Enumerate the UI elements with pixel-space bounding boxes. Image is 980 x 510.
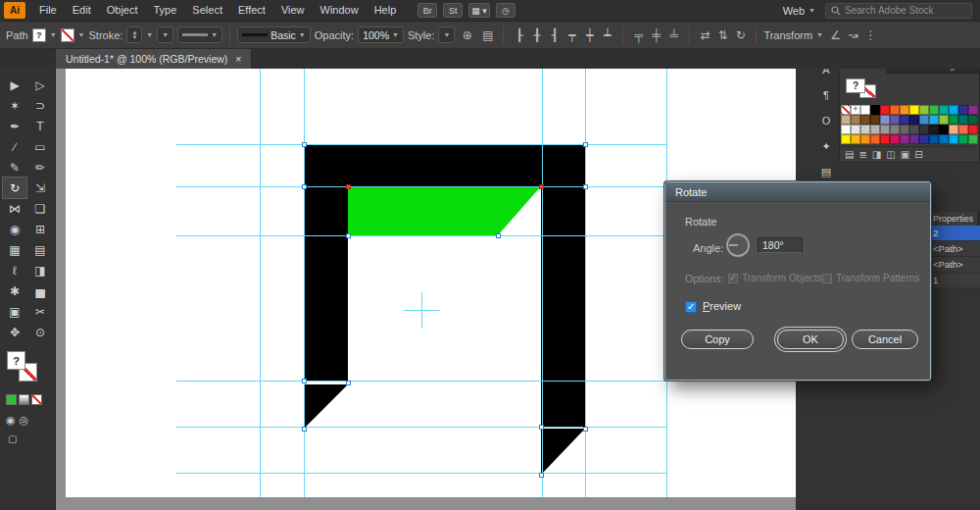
lasso-tool[interactable]: ⊃ [28,95,52,116]
share-icon[interactable]: ◷ [496,3,515,18]
anchor-point[interactable] [583,427,588,432]
distribute-top-icon[interactable]: ╤ [630,26,647,43]
swatch[interactable] [929,115,939,125]
column-graph-tool[interactable]: ▅ [28,280,52,301]
anchor-point[interactable] [302,142,307,147]
anchor-point[interactable] [539,473,544,478]
swatch[interactable] [958,105,968,115]
swatch[interactable] [890,125,900,134]
gradient-tool[interactable]: ▤ [28,239,52,260]
anchor-point[interactable] [302,427,307,432]
line-segment-tool[interactable]: ∕ [3,136,26,157]
align-h-center-icon[interactable]: ╂ [528,26,545,43]
swatch[interactable] [880,134,890,144]
swatch[interactable] [870,105,880,115]
delete-swatch-icon[interactable]: ⊟ [914,149,922,160]
swatch[interactable] [860,134,870,144]
slice-tool[interactable]: ✂ [28,301,52,322]
pencil-tool[interactable]: ✏ [28,157,52,178]
fill-dropdown-icon[interactable]: ▼ [50,31,57,38]
menu-item[interactable]: Object [99,0,146,21]
swatch[interactable] [968,105,978,115]
swatch-kinds-icon[interactable]: ≣ [858,149,866,160]
green-trapezoid-shape[interactable] [348,186,541,235]
scale-tool[interactable]: ⇲ [28,178,52,198]
menu-item[interactable]: Edit [65,0,99,21]
stock-search[interactable]: Search Adobe Stock [825,3,972,19]
swatch[interactable] [880,115,890,125]
rotation-reference-crosshair[interactable] [404,292,440,329]
shape-builder-tool[interactable]: ◉ [3,219,26,239]
swatch[interactable] [949,125,958,134]
hand-tool[interactable]: ✥ [3,322,26,342]
menu-item[interactable]: File [31,0,65,21]
copy-button[interactable]: Copy [681,330,754,349]
gradient-button[interactable] [19,394,29,405]
mesh-tool[interactable]: ▦ [3,239,26,260]
arrange-documents-icon[interactable]: ▦ ▾ [468,3,490,18]
anchor-point[interactable] [302,379,307,383]
swatch[interactable] [909,125,919,134]
swatch[interactable] [851,125,860,134]
tab-properties[interactable]: Properties [929,212,977,226]
cancel-button[interactable]: Cancel [852,330,918,349]
swatch[interactable] [841,115,851,125]
swatch[interactable] [900,134,909,144]
stock-icon[interactable]: St [443,3,463,18]
align-left-icon[interactable]: ┠ [511,26,527,43]
type-tool[interactable]: T [28,116,52,136]
swatch[interactable] [909,115,919,125]
swatch-options-icon[interactable]: ◨ [872,149,881,160]
appearance-panel-icon[interactable]: ✦ [816,137,836,155]
close-icon[interactable]: × [235,53,241,65]
document-setup-icon[interactable]: ⊕ [459,26,475,43]
swatch[interactable] [919,125,929,134]
swatch[interactable] [968,134,978,144]
stroke-swatch[interactable] [61,28,74,42]
swatch[interactable] [870,125,880,134]
anchor-point[interactable] [583,184,588,189]
rotate-dialog-titlebar[interactable]: Rotate [665,182,930,202]
artboard-tool[interactable]: ▣ [3,301,26,322]
swatch[interactable] [968,115,978,125]
none-button[interactable] [31,394,42,405]
warp-icon[interactable]: ↝ [845,26,861,43]
app-logo-icon[interactable]: Ai [4,2,25,19]
menu-item[interactable]: Window [313,0,367,21]
swatch[interactable] [860,105,870,115]
eyedropper-tool[interactable]: ℓ [3,260,26,280]
preview-checkbox[interactable] [685,301,697,313]
opentype-panel-icon[interactable]: O [816,112,836,129]
color-button[interactable] [6,394,17,405]
swatch-libraries-icon[interactable]: ▤ [845,149,854,160]
bridge-icon[interactable]: Br [417,3,437,18]
swatch[interactable] [841,125,851,134]
swatch[interactable] [880,125,890,134]
paintbrush-tool[interactable]: ✎ [3,157,26,178]
swatch[interactable] [939,115,949,125]
swatch[interactable] [860,115,870,125]
menu-item[interactable]: Help [367,0,405,21]
anchor-point[interactable] [302,184,307,189]
stroke-dropdown-icon[interactable]: ▼ [78,31,85,38]
swatch[interactable] [851,105,860,115]
direct-selection-tool[interactable]: ▷ [28,75,52,95]
swatch[interactable] [929,134,939,144]
style-dropdown[interactable]: ▼ [438,26,455,43]
menu-item[interactable]: View [273,0,313,21]
brush-definition-dropdown[interactable]: Basic▼ [237,26,311,43]
swatch[interactable] [900,105,909,115]
rectangle-tool[interactable]: ▭ [28,136,52,157]
menu-item[interactable]: Type [146,0,185,21]
swatch[interactable] [860,125,870,134]
selection-tool[interactable]: ▶ [3,75,26,95]
swatch[interactable] [890,134,900,144]
swatch[interactable] [851,115,860,125]
swatch[interactable] [949,115,958,125]
symbol-sprayer-tool[interactable]: ✱ [3,280,26,301]
swatch[interactable] [841,105,851,115]
draw-behind-icon[interactable]: ◎ [20,414,29,427]
swatch[interactable] [851,134,860,144]
preferences-icon[interactable]: ▤ [479,26,496,43]
swatch[interactable] [968,125,978,134]
